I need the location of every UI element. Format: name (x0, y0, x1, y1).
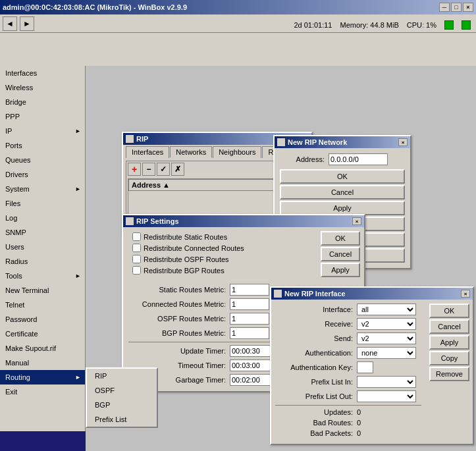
sidebar-item-system[interactable]: System► (0, 182, 85, 196)
sidebar-item-certificate[interactable]: Certificate (0, 327, 85, 341)
submenu-item-ospf[interactable]: OSPF (87, 383, 157, 398)
check-button[interactable]: ✓ (157, 163, 170, 176)
auth-key-input[interactable] (357, 361, 373, 373)
new-rip-interface-ok-button[interactable]: OK (429, 304, 469, 318)
bad-routes-row: Bad Routes: 0 (275, 419, 421, 427)
prefix-list-out-label: Prefix List Out: (280, 392, 353, 400)
new-rip-interface-copy-button[interactable]: Copy (429, 351, 469, 365)
sidebar-item-log[interactable]: Log (0, 211, 85, 225)
new-rip-interface-title: New RIP Interface × (271, 288, 473, 300)
system-arrow: ► (75, 186, 81, 192)
close-button[interactable]: × (463, 3, 473, 12)
main-toolbar: ◄ ► 2d 01:01:11 Memory: 44.8 MiB CPU: 1% (0, 14, 476, 33)
checkbox-redistribute-static: Redistribute Static Routes (127, 231, 321, 242)
new-rip-interface-apply-button[interactable]: Apply (429, 335, 469, 350)
interface-dropdown[interactable]: all (357, 304, 416, 315)
remove-button[interactable]: − (142, 163, 155, 176)
address-row: Address: (280, 153, 405, 165)
new-rip-interface-remove-button[interactable]: Remove (429, 367, 469, 381)
tab-neighbours[interactable]: Neighbours (213, 146, 261, 158)
sidebar-item-tools[interactable]: Tools► (0, 269, 85, 283)
sidebar-item-users[interactable]: Users (0, 240, 85, 254)
routing-submenu: RIP OSPF BGP Prefix List (86, 367, 158, 428)
status-bar: 2d 01:01:11 Memory: 44.8 MiB CPU: 1% (288, 18, 476, 32)
sidebar-item-queues[interactable]: Queues (0, 153, 85, 167)
sidebar-item-makesupout[interactable]: Make Supout.rif (0, 341, 85, 356)
sidebar-item-ip[interactable]: IP► (0, 124, 85, 138)
sidebar-item-ppp[interactable]: PPP (0, 109, 85, 124)
rip-settings-icon (126, 217, 134, 225)
sidebar-item-ports[interactable]: Ports (0, 138, 85, 153)
interface-label: Interface: (280, 305, 353, 313)
tab-networks[interactable]: Networks (170, 146, 212, 158)
minimize-button[interactable]: ─ (439, 3, 450, 12)
sidebar-item-exit[interactable]: Exit (0, 385, 85, 399)
maximize-button[interactable]: □ (451, 3, 462, 12)
title-bar: admin@00:0C:42:03:08:AC (MikroTik) - Win… (0, 0, 476, 14)
authentication-dropdown[interactable]: none (357, 347, 416, 359)
static-routes-metric-input[interactable] (230, 284, 269, 296)
auth-key-label: Authentication Key: (280, 363, 353, 371)
tools-arrow: ► (75, 273, 81, 279)
sidebar-item-telnet[interactable]: Telnet (0, 298, 85, 312)
submenu-item-prefixlist[interactable]: Prefix List (87, 412, 157, 427)
rip-settings-cancel-button[interactable]: Cancel (321, 247, 360, 261)
bad-routes-value: 0 (357, 419, 361, 427)
receive-dropdown[interactable]: v2 (357, 318, 416, 330)
new-rip-network-title: New RIP Network × (275, 136, 410, 148)
bad-packets-label: Bad Packets: (280, 429, 353, 437)
connected-routes-metric-input[interactable] (230, 298, 269, 310)
prefix-list-out-dropdown[interactable] (357, 390, 416, 402)
sidebar-item-bridge[interactable]: Bridge (0, 95, 85, 109)
window-controls: ─ □ × (439, 3, 473, 12)
redistribute-connected-checkbox[interactable] (132, 244, 141, 252)
updates-row: Updates: 0 (275, 408, 421, 416)
checkbox-redistribute-bgp: Redistribute BGP Routes (127, 265, 321, 276)
address-input[interactable] (329, 153, 388, 165)
sidebar-item-files[interactable]: Files (0, 196, 85, 211)
new-rip-interface-icon (274, 290, 282, 298)
back-button[interactable]: ◄ (3, 16, 17, 31)
sidebar-item-password[interactable]: Password (0, 312, 85, 327)
new-rip-cancel-button[interactable]: Cancel (280, 185, 405, 199)
sidebar: Interfaces Wireless Bridge PPP IP► Ports… (0, 66, 86, 451)
updates-label: Updates: (280, 408, 353, 416)
submenu-item-rip[interactable]: RIP (87, 369, 157, 383)
rip-window-icon (126, 135, 134, 143)
sidebar-item-wireless[interactable]: Wireless (0, 80, 85, 95)
sidebar-item-radius[interactable]: Radius (0, 254, 85, 269)
sidebar-item-manual[interactable]: Manual (0, 356, 85, 370)
new-rip-interface-cancel-button[interactable]: Cancel (429, 319, 469, 334)
prefix-list-in-dropdown[interactable] (357, 376, 416, 388)
sidebar-item-interfaces[interactable]: Interfaces (0, 66, 85, 80)
receive-field-row: Receive: v2 (275, 318, 421, 330)
receive-label: Receive: (280, 320, 353, 328)
redistribute-ospf-checkbox[interactable] (132, 255, 141, 263)
new-rip-apply-button[interactable]: Apply (280, 201, 405, 215)
send-dropdown[interactable]: v2 (357, 332, 416, 344)
rip-settings-ok-button[interactable]: OK (321, 231, 360, 246)
redistribute-static-checkbox[interactable] (132, 232, 141, 241)
prefix-list-in-row: Prefix List In: (275, 376, 421, 388)
bgp-routes-metric-label: BGP Routes Metric: (134, 329, 226, 337)
connected-routes-metric-label: Connected Routes Metric: (134, 300, 226, 308)
submenu-item-bgp[interactable]: BGP (87, 398, 157, 412)
new-rip-network-close[interactable]: × (398, 138, 408, 146)
rip-settings-close[interactable]: × (352, 217, 361, 225)
ip-arrow: ► (75, 128, 81, 134)
forward-button[interactable]: ► (20, 16, 34, 31)
ospf-routes-metric-input[interactable] (230, 313, 269, 325)
new-rip-ok-button[interactable]: OK (280, 169, 405, 184)
sidebar-item-drivers[interactable]: Drivers (0, 167, 85, 182)
sidebar-item-snmp[interactable]: SNMP (0, 225, 85, 240)
sidebar-item-newterminal[interactable]: New Terminal (0, 283, 85, 298)
tab-interfaces[interactable]: Interfaces (126, 146, 169, 158)
bgp-routes-metric-input[interactable] (230, 327, 269, 339)
add-button[interactable]: + (128, 163, 141, 176)
new-rip-interface-close[interactable]: × (461, 290, 470, 298)
cancel-icon-button[interactable]: ✗ (171, 163, 184, 176)
sidebar-item-routing[interactable]: Routing► (0, 370, 85, 385)
rip-settings-buttons: OK Cancel Apply (321, 231, 360, 277)
redistribute-bgp-checkbox[interactable] (132, 266, 141, 275)
rip-settings-apply-button[interactable]: Apply (321, 263, 360, 277)
